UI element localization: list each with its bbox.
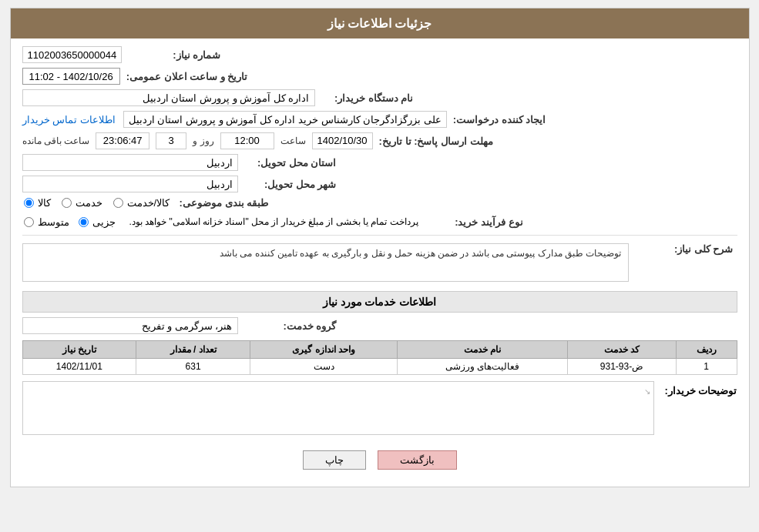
general-desc-label: شرح کلی نیاز: xyxy=(641,240,734,255)
deadline-label: مهلت ارسال پاسخ: تا تاریخ: xyxy=(379,136,493,147)
deadline-days: 3 xyxy=(156,132,186,149)
purchase-type-note: پرداخت تمام یا بخشی از مبلغ خریدار از مح… xyxy=(123,216,425,227)
deadline-time: 12:00 xyxy=(220,132,274,149)
buyer-org-value: اداره کل آموزش و پرورش استان اردبیل xyxy=(22,89,315,106)
general-desc-section: شرح کلی نیاز: توضیحات طبق مدارک پیوستی م… xyxy=(22,240,737,285)
purchase-type-row: نوع فرآیند خرید: متوسط جزیی پرداخت تمام … xyxy=(22,213,737,230)
need-number-value: 1102003650000044 xyxy=(22,46,123,63)
deadline-date: 1402/10/30 xyxy=(312,132,373,149)
deadline-remaining-label: ساعت باقی مانده xyxy=(22,136,90,146)
province-value: اردبیل xyxy=(22,154,238,171)
city-row: شهر محل تحویل: اردبیل xyxy=(22,176,737,192)
table-cell-name: فعالیت‌های ورزشی xyxy=(398,359,568,375)
category-option-1[interactable]: کالا xyxy=(22,197,51,209)
buyer-notes-resize-icon: ↘ xyxy=(644,387,650,396)
buyer-org-label: نام دستگاه خریدار: xyxy=(321,92,414,104)
table-cell-date: 1402/11/01 xyxy=(22,359,136,375)
table-cell-quantity: 631 xyxy=(136,359,250,375)
creator-label: ایجاد کننده درخواست: xyxy=(453,114,546,125)
buyer-notes-box: ↘ xyxy=(22,381,654,435)
category-option-2-label: خدمت xyxy=(76,197,102,209)
contact-link[interactable]: اطلاعات تماس خریدار xyxy=(22,114,116,125)
buyer-notes-section: توضیحات خریدار: ↘ xyxy=(22,381,737,435)
services-section-header: اطلاعات خدمات مورد نیاز xyxy=(22,291,737,313)
purchase-type-option-2-label: متوسط xyxy=(38,216,69,228)
creator-value: علی بزرگزادگرجان کارشناس خرید اداره کل آ… xyxy=(123,111,447,128)
announce-value: 1402/10/26 - 11:02 xyxy=(22,68,120,85)
service-group-row: گروه خدمت: هنر، سرگرمی و تفریح xyxy=(22,317,737,334)
table-head: ردیف کد خدمت نام خدمت واحد اندازه گیری ت… xyxy=(22,341,737,359)
category-label: طبقه بندی موضوعی: xyxy=(176,197,268,209)
deadline-details: 1402/10/30 ساعت 12:00 روز و 3 23:06:47 س… xyxy=(22,132,373,149)
buyer-notes-label: توضیحات خریدار: xyxy=(660,381,737,396)
print-button[interactable]: چاپ xyxy=(303,450,366,470)
back-button[interactable]: بازگشت xyxy=(378,450,457,470)
category-option-1-label: کالا xyxy=(38,197,51,209)
table-cell-row: 1 xyxy=(676,359,737,375)
province-row: استان محل تحویل: اردبیل xyxy=(22,154,737,171)
deadline-remaining: 23:06:47 xyxy=(96,132,149,149)
table-cell-code: ض-93-931 xyxy=(568,359,676,375)
buyer-org-row: نام دستگاه خریدار: اداره کل آموزش و پرور… xyxy=(22,89,737,106)
table-cell-unit: دست xyxy=(250,359,397,375)
category-option-2[interactable]: خدمت xyxy=(60,197,102,209)
col-service-code: کد خدمت xyxy=(568,341,676,359)
page-container: جزئیات اطلاعات نیاز شماره نیاز: 11020036… xyxy=(10,8,750,487)
col-quantity: تعداد / مقدار xyxy=(136,341,250,359)
announce-label: تاریخ و ساعت اعلان عمومی: xyxy=(126,71,248,82)
col-unit: واحد اندازه گیری xyxy=(250,341,397,359)
announce-row: تاریخ و ساعت اعلان عمومی: 1402/10/26 - 1… xyxy=(22,68,737,85)
service-group-label: گروه خدمت: xyxy=(244,320,337,332)
purchase-type-radio-2[interactable] xyxy=(24,217,34,227)
creator-row: ایجاد کننده درخواست: علی بزرگزادگرجان کا… xyxy=(22,111,737,128)
purchase-type-option-1-label: جزیی xyxy=(92,216,116,228)
category-radio-group: کالا/خدمت خدمت کالا xyxy=(22,197,170,209)
deadline-row: مهلت ارسال پاسخ: تا تاریخ: 1402/10/30 سا… xyxy=(22,132,737,149)
deadline-time-label: ساعت xyxy=(280,136,306,146)
purchase-type-option-1[interactable]: جزیی xyxy=(77,216,116,228)
divider-1 xyxy=(22,235,737,236)
purchase-type-option-2[interactable]: متوسط xyxy=(22,216,69,228)
purchase-type-group: متوسط جزیی پرداخت تمام یا بخشی از مبلغ خ… xyxy=(22,213,425,230)
purchase-type-radio-1[interactable] xyxy=(79,217,89,227)
table-row: 1ض-93-931فعالیت‌های ورزشیدست6311402/11/0… xyxy=(22,359,737,375)
category-radio-1[interactable] xyxy=(24,198,34,208)
category-radio-3[interactable] xyxy=(113,198,123,208)
need-number-label: شماره نیاز: xyxy=(128,49,220,61)
service-group-value: هنر، سرگرمی و تفریح xyxy=(22,317,238,334)
category-row: طبقه بندی موضوعی: کالا/خدمت خدمت کالا xyxy=(22,197,737,209)
deadline-days-label: روز و xyxy=(193,136,213,146)
col-date: تاریخ نیاز xyxy=(22,341,136,359)
table-header-row: ردیف کد خدمت نام خدمت واحد اندازه گیری ت… xyxy=(22,341,737,359)
services-table-section: ردیف کد خدمت نام خدمت واحد اندازه گیری ت… xyxy=(22,340,737,375)
general-desc-value: توضیحات طبق مدارک پیوستی می باشد در ضمن … xyxy=(22,243,629,282)
category-option-3-label: کالا/خدمت xyxy=(127,197,170,209)
purchase-type-label: نوع فرآیند خرید: xyxy=(431,216,523,228)
page-title: جزئیات اطلاعات نیاز xyxy=(11,8,749,38)
category-option-3[interactable]: کالا/خدمت xyxy=(112,197,170,209)
city-value: اردبیل xyxy=(22,176,238,192)
buttons-row: بازگشت چاپ xyxy=(22,441,737,479)
services-table: ردیف کد خدمت نام خدمت واحد اندازه گیری ت… xyxy=(22,340,737,375)
table-body: 1ض-93-931فعالیت‌های ورزشیدست6311402/11/0… xyxy=(22,359,737,375)
need-number-row: شماره نیاز: 1102003650000044 xyxy=(22,46,737,63)
category-radio-2[interactable] xyxy=(62,198,72,208)
province-label: استان محل تحویل: xyxy=(244,157,337,169)
content-area: شماره نیاز: 1102003650000044 تاریخ و ساع… xyxy=(11,38,749,487)
col-row-num: ردیف xyxy=(676,341,737,359)
city-label: شهر محل تحویل: xyxy=(244,179,337,190)
col-service-name: نام خدمت xyxy=(398,341,568,359)
